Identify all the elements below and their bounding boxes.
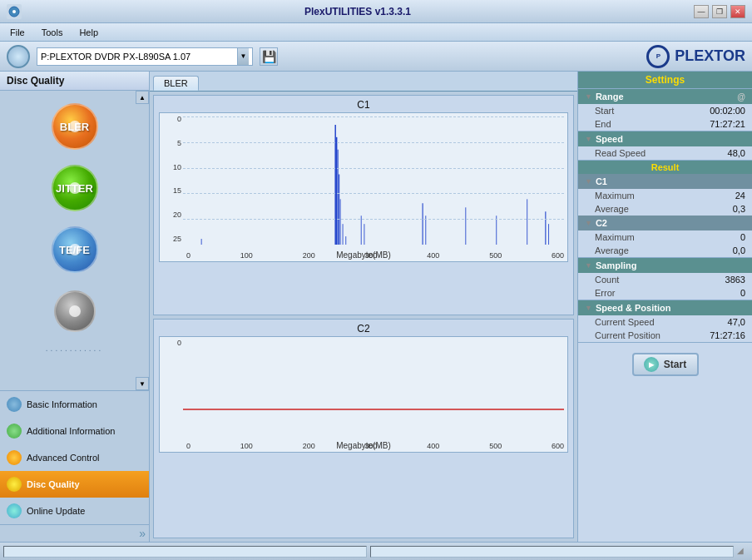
range-header: ▼ Range @ xyxy=(578,89,752,104)
sidebar-item-additional[interactable]: Additional Information xyxy=(0,418,149,444)
c1-toggle[interactable]: ▼ xyxy=(585,177,592,186)
result-section: Result ▼ C1 Maximum 24 Average 0,3 ▼ C2 … xyxy=(578,161,752,258)
current-pos-row: Current Position 71:27:16 xyxy=(578,329,752,342)
basic-info-icon xyxy=(7,397,22,412)
range-end-row: End 71:27:21 xyxy=(578,117,752,131)
c1-avg-value: 0,3 xyxy=(733,204,745,214)
charts-area: C1 2520151050 xyxy=(150,92,577,542)
sampling-header: ▼ Sampling xyxy=(578,258,752,273)
titlebar: PlexUTILITIES v1.3.3.1 — ❐ ✕ xyxy=(0,0,752,23)
expand-button[interactable]: » xyxy=(0,524,149,542)
menu-help[interactable]: Help xyxy=(72,26,105,39)
menu-tools[interactable]: Tools xyxy=(35,26,70,39)
sidebar-header: Disc Quality xyxy=(0,72,149,91)
range-label: Range xyxy=(596,92,624,102)
c2-avg-value: 0,0 xyxy=(733,245,745,255)
count-label: Count xyxy=(595,275,619,285)
read-speed-label: Read Speed xyxy=(595,148,646,158)
minimize-button[interactable]: — xyxy=(694,5,709,18)
resize-grip-icon: ◢ xyxy=(737,546,749,558)
c2-svg xyxy=(183,340,564,435)
c1-plot xyxy=(183,116,564,245)
range-start-row: Start 00:02:00 xyxy=(578,104,752,117)
current-pos-value: 71:27:16 xyxy=(710,330,745,340)
c1-svg xyxy=(183,116,564,245)
c1-max-label: Maximum xyxy=(595,191,635,201)
speed-pos-label: Speed & Position xyxy=(596,303,670,313)
current-pos-label: Current Position xyxy=(595,330,660,340)
speed-label: Speed xyxy=(596,134,623,144)
sidebar-item-basic[interactable]: Basic Information xyxy=(0,391,149,418)
speed-toggle[interactable]: ▼ xyxy=(585,135,592,143)
menubar: File Tools Help xyxy=(0,23,752,42)
c1-xlabel: Megabyte(MB) xyxy=(160,250,567,260)
sidebar-item-advanced[interactable]: Advanced Control xyxy=(0,444,149,471)
plextor-text: PLEXTOR xyxy=(675,47,745,65)
bler-icon: BLER xyxy=(52,103,98,150)
c2-avg-label: Average xyxy=(595,245,629,255)
range-toggle[interactable]: ▼ xyxy=(585,92,592,101)
dropdown-arrow-icon[interactable]: ▼ xyxy=(237,48,249,65)
window-controls: — ❐ ✕ xyxy=(694,5,745,18)
device-dropdown[interactable]: P:PLEXTOR DVDR PX-L890SA 1.07 ▼ xyxy=(37,47,253,66)
close-button[interactable]: ✕ xyxy=(730,5,745,18)
range-section: ▼ Range @ Start 00:02:00 End 71:27:21 xyxy=(578,89,752,131)
c2-chart-container: C2 0 010020030040050060 xyxy=(153,319,574,539)
devicebar: P:PLEXTOR DVDR PX-L890SA 1.07 ▼ 💾 P PLEX… xyxy=(0,42,752,72)
settings-section: Settings xyxy=(578,72,752,89)
current-speed-label: Current Speed xyxy=(595,317,655,327)
speed-pos-toggle[interactable]: ▼ xyxy=(585,304,592,312)
jitter-button[interactable]: JITTER xyxy=(33,159,116,217)
grid-line xyxy=(183,142,564,143)
speed-section: ▼ Speed Read Speed 48,0 xyxy=(578,131,752,161)
statusbar: ◢ xyxy=(0,542,752,560)
restore-button[interactable]: ❐ xyxy=(712,5,727,18)
c2-result-header: ▼ C2 xyxy=(578,216,752,230)
speed-header: ▼ Speed xyxy=(578,131,752,146)
error-label: Error xyxy=(595,288,615,298)
end-label: End xyxy=(595,119,611,129)
bler-button[interactable]: BLER xyxy=(33,97,116,156)
scroll-down-button[interactable]: ▼ xyxy=(136,377,149,390)
online-update-icon xyxy=(7,503,22,518)
grid-line xyxy=(183,193,564,194)
count-value: 3863 xyxy=(725,275,745,285)
grid-line xyxy=(183,219,564,220)
device-icon xyxy=(7,45,30,68)
window-title: PlexUTILITIES v1.3.3.1 xyxy=(22,6,694,17)
extra-disc-icon xyxy=(54,290,96,332)
sampling-section: ▼ Sampling Count 3863 Error 0 xyxy=(578,258,752,300)
c1-result-header: ▼ C1 xyxy=(578,174,752,189)
c1-avg-label: Average xyxy=(595,204,629,214)
status-field-2 xyxy=(370,546,734,558)
result-header: Result xyxy=(578,161,752,174)
c1-yaxis: 2520151050 xyxy=(160,113,183,245)
c2-max-row: Maximum 0 xyxy=(578,230,752,244)
start-value: 00:02:00 xyxy=(710,106,745,116)
tefe-button[interactable]: TE/FE xyxy=(33,221,116,279)
sampling-toggle[interactable]: ▼ xyxy=(585,261,592,270)
grid-line xyxy=(183,116,564,117)
sidebar-item-online[interactable]: Online Update xyxy=(0,498,149,524)
extra-disc-button[interactable] xyxy=(33,282,116,340)
disc-quality-icon xyxy=(7,477,22,492)
c1-max-value: 24 xyxy=(735,191,745,201)
c2-plot xyxy=(183,340,564,435)
save-button[interactable]: 💾 xyxy=(260,47,278,66)
at-icon: @ xyxy=(737,92,745,102)
c2-result-label: C2 xyxy=(596,218,607,228)
c2-max-value: 0 xyxy=(740,232,745,242)
c2-toggle[interactable]: ▼ xyxy=(585,219,592,227)
menu-file[interactable]: File xyxy=(3,26,32,39)
tab-bler[interactable]: BLER xyxy=(153,76,199,91)
sampling-label: Sampling xyxy=(596,260,637,270)
additional-info-icon xyxy=(7,424,22,439)
main-area: Disc Quality ▲ BLER JITTER TE/FE ▼ ..... xyxy=(0,72,752,542)
basic-info-label: Basic Information xyxy=(27,399,97,409)
c2-chart-inner: 0 0100200300400500600 Megabyte(MB) xyxy=(159,336,568,453)
sidebar-item-disc-quality[interactable]: Disc Quality xyxy=(0,471,149,498)
advanced-control-label: Advanced Control xyxy=(27,453,99,463)
scroll-up-button[interactable]: ▲ xyxy=(136,91,149,104)
start-button[interactable]: ▶ Start xyxy=(632,353,699,376)
plextor-logo: P PLEXTOR xyxy=(646,45,745,68)
